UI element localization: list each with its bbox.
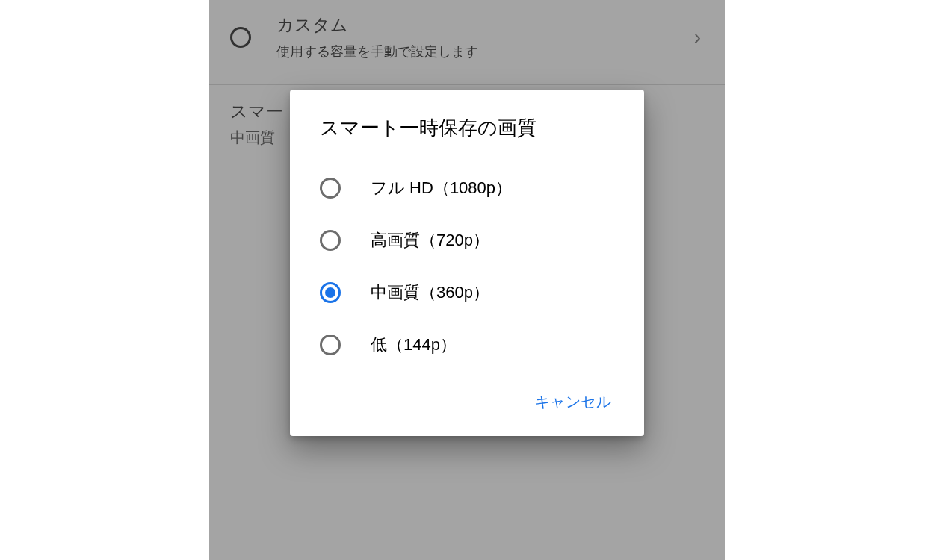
option-label: 低（144p） bbox=[371, 334, 457, 356]
option-label: 高画質（720p） bbox=[371, 229, 489, 252]
option-label: フル HD（1080p） bbox=[371, 177, 512, 199]
radio-inner-dot-icon bbox=[325, 287, 335, 298]
quality-dialog: スマート一時保存の画質 フル HD（1080p） 高画質（720p） 中画質（3… bbox=[290, 90, 644, 436]
radio-unselected-icon bbox=[320, 178, 341, 199]
option-720p[interactable]: 高画質（720p） bbox=[290, 214, 644, 267]
radio-unselected-icon bbox=[320, 335, 341, 355]
dialog-title: スマート一時保存の画質 bbox=[290, 115, 644, 141]
radio-unselected-icon bbox=[320, 230, 341, 251]
radio-selected-icon bbox=[320, 282, 341, 303]
cancel-button[interactable]: キャンセル bbox=[526, 386, 621, 418]
option-1080p[interactable]: フル HD（1080p） bbox=[290, 162, 644, 214]
option-label: 中画質（360p） bbox=[371, 281, 489, 304]
option-360p[interactable]: 中画質（360p） bbox=[290, 267, 644, 319]
option-144p[interactable]: 低（144p） bbox=[290, 319, 644, 371]
dialog-actions: キャンセル bbox=[290, 371, 644, 423]
